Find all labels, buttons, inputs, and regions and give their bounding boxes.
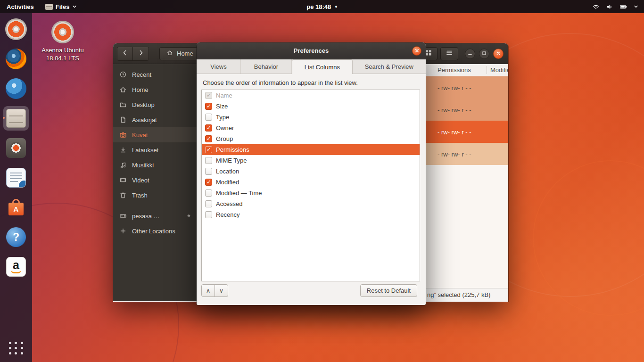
drive-icon	[119, 212, 127, 220]
maximize-button[interactable]	[479, 49, 489, 59]
sidebar-item-label: pesasa …	[132, 213, 160, 220]
checkbox[interactable]	[205, 211, 212, 218]
download-icon	[119, 146, 127, 154]
sidebar-item-pesasa-volume[interactable]: pesasa …	[113, 208, 198, 223]
column-label: Recency	[216, 211, 240, 218]
preferences-tabbar: Views Behavior List Columns Search & Pre…	[197, 59, 426, 74]
list-column-row-modified[interactable]: Modified	[202, 177, 420, 188]
dialog-title: Preferences	[294, 47, 329, 54]
list-column-row-group[interactable]: Group	[202, 133, 420, 144]
column-label: MIME Type	[216, 157, 247, 164]
checkbox[interactable]	[205, 92, 212, 99]
dock-item-thunderbird[interactable]	[3, 76, 29, 101]
column-separator	[487, 66, 487, 74]
column-separator	[433, 66, 433, 74]
checkbox[interactable]	[205, 103, 212, 110]
activities-button[interactable]: Activities	[0, 0, 41, 13]
dock-item-help[interactable]: ?	[3, 225, 29, 249]
libreoffice-writer-icon	[6, 168, 26, 188]
column-header-modified[interactable]: Modified	[490, 66, 508, 74]
ubuntu-installer-icon	[5, 18, 27, 40]
checkbox[interactable]	[205, 200, 212, 207]
checkbox[interactable]	[205, 124, 212, 132]
tab-views[interactable]: Views	[197, 59, 241, 74]
checkbox[interactable]	[205, 168, 212, 175]
list-column-row-mime-type[interactable]: MIME Type	[202, 155, 420, 166]
sidebar-item-other-locations[interactable]: Other Locations	[113, 223, 198, 239]
close-icon	[414, 47, 420, 55]
tab-list-columns[interactable]: List Columns	[292, 59, 353, 74]
sidebar-item-label: Desktop	[132, 101, 155, 108]
sidebar-item-musiikki[interactable]: Musiikki	[113, 157, 198, 173]
list-column-row-recency[interactable]: Recency	[202, 209, 420, 220]
chevron-right-icon	[137, 49, 145, 58]
checkbox[interactable]	[205, 189, 212, 197]
app-menu-files[interactable]: Files	[41, 0, 82, 13]
close-icon	[495, 49, 501, 58]
list-column-row-permissions[interactable]: Permissions	[202, 144, 420, 155]
list-column-row-size[interactable]: Size	[202, 101, 420, 112]
sidebar-item-label: Kuvat	[132, 132, 148, 139]
sidebar-item-label: Home	[132, 86, 149, 93]
reset-to-default-button[interactable]: Reset to Default	[360, 284, 417, 297]
sidebar-item-videot[interactable]: Videot	[113, 173, 198, 188]
checkbox[interactable]	[205, 114, 212, 121]
home-icon	[119, 86, 127, 93]
desktop-installer-launcher[interactable]: Asenna Ubuntu 18.04.1 LTS	[39, 21, 86, 63]
pathbar-home-button[interactable]: Home	[159, 47, 200, 60]
sidebar-item-home[interactable]: Home	[113, 82, 198, 97]
dock-item-firefox[interactable]	[3, 47, 29, 71]
list-column-row-type[interactable]: Type	[202, 112, 420, 123]
file-permissions-value: - rw- rw- r - -	[438, 84, 471, 91]
list-column-row-modified-time[interactable]: Modified — Time	[202, 188, 420, 198]
sidebar-item-desktop[interactable]: Desktop	[113, 97, 198, 112]
move-up-button[interactable]: ∧	[201, 284, 215, 297]
dock-item-ubuntu-installer[interactable]	[3, 17, 29, 41]
sidebar-item-label: Recent	[132, 71, 151, 78]
sidebar-item-asiakirjat[interactable]: Asiakirjat	[113, 112, 198, 127]
window-menu-button[interactable]	[440, 47, 458, 60]
checkbox[interactable]	[205, 135, 212, 142]
tab-search-preview[interactable]: Search & Preview	[353, 59, 426, 74]
desktop: Asenna Ubuntu 18.04.1 LTS	[0, 0, 644, 362]
eject-icon[interactable]	[186, 212, 192, 220]
list-column-row-accessed[interactable]: Accessed	[202, 198, 420, 209]
tab-behavior[interactable]: Behavior	[241, 59, 292, 74]
clock-text: pe 18:48	[306, 3, 331, 10]
dock-item-libreoffice-writer[interactable]	[3, 165, 29, 190]
list-column-row-owner[interactable]: Owner	[202, 123, 420, 133]
show-applications-button[interactable]	[8, 340, 24, 355]
tab-label: List Columns	[305, 64, 340, 71]
sidebar-item-trash[interactable]: Trash	[113, 188, 198, 203]
back-button[interactable]	[117, 47, 133, 60]
checkbox[interactable]	[205, 157, 212, 164]
dock-item-rhythmbox[interactable]	[3, 136, 29, 160]
system-status-area[interactable]	[592, 0, 644, 13]
list-column-row-location[interactable]: Location	[202, 166, 420, 177]
chevron-down-icon: ∨	[219, 287, 224, 294]
navigation-buttons	[117, 47, 149, 61]
move-down-button[interactable]: ∨	[215, 284, 228, 297]
dock-item-amazon[interactable]: a	[3, 255, 29, 279]
list-columns-heading: Choose the order of information to appea…	[203, 79, 358, 86]
help-question-mark: ?	[13, 231, 19, 244]
plus-icon	[119, 227, 127, 235]
sidebar-item-kuvat[interactable]: Kuvat	[113, 127, 198, 142]
dialog-close-button[interactable]	[412, 46, 421, 56]
dock-item-files[interactable]	[3, 106, 29, 131]
dock-item-ubuntu-software[interactable]: A	[3, 195, 29, 220]
column-header-permissions[interactable]: Permissions	[438, 66, 471, 74]
desktop-installer-label: Asenna Ubuntu 18.04.1 LTS	[39, 47, 86, 63]
forward-button[interactable]	[133, 47, 149, 60]
checkbox[interactable]	[205, 179, 212, 186]
tab-label: Search & Preview	[365, 63, 413, 70]
checkbox[interactable]	[205, 146, 212, 153]
close-window-button[interactable]	[493, 49, 504, 59]
files-sidebar: Recent Home Desktop Asiakirjat Kuvat	[113, 64, 198, 301]
music-note-icon	[119, 161, 127, 169]
clock-button[interactable]: pe 18:48 ●	[306, 0, 337, 13]
minimize-button[interactable]	[465, 49, 475, 59]
sidebar-item-recent[interactable]: Recent	[113, 67, 198, 82]
sidebar-item-lataukset[interactable]: Lataukset	[113, 142, 198, 157]
list-column-row-name[interactable]: Name	[202, 90, 420, 101]
